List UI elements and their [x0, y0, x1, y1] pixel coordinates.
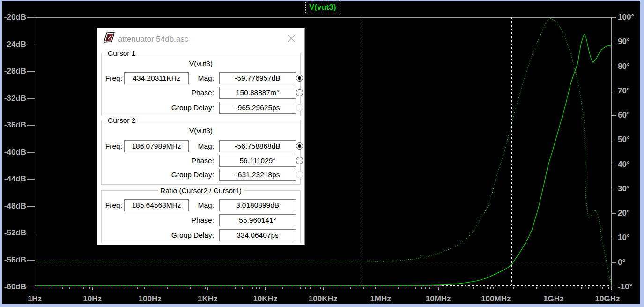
y-axis-right-label: 70°: [618, 86, 644, 96]
y-axis-left-label: -56dB: [3, 255, 26, 265]
cursor2-phase-label: Phase:: [143, 155, 214, 167]
x-axis-label: 1GHz: [530, 294, 577, 304]
cursor1-mag-label: Mag:: [143, 72, 214, 84]
y-axis-left-label: -20dB: [3, 13, 26, 22]
y-axis-left-label: -44dB: [3, 174, 26, 184]
y-axis-left-label: -36dB: [3, 120, 26, 130]
cursor1-group-delay-label: Group Delay:: [143, 102, 214, 114]
y-axis-right-label: -10°: [618, 282, 644, 292]
cursor2-mag-radio[interactable]: [296, 142, 303, 150]
cursor2-group-delay-radio[interactable]: [296, 171, 303, 178]
y-axis-left-label: -48dB: [3, 202, 26, 211]
y-axis-left-label: -32dB: [3, 94, 26, 103]
ltspice-plot-window: V(vut3) attenuator 54db.asc Cursor 1 V(v…: [2, 1, 640, 304]
cursor1-phase-radio[interactable]: [296, 89, 303, 96]
y-axis-right-label: 20°: [618, 209, 644, 218]
ratio-freq-label: Freq:: [104, 199, 122, 211]
x-axis-label: 100Hz: [126, 294, 173, 304]
y-axis-left-label: -24dB: [3, 40, 26, 49]
ratio-phase-value[interactable]: 55.960141°: [219, 214, 296, 226]
y-axis-right-label: 50°: [618, 135, 644, 144]
x-axis-label: 10Hz: [69, 294, 116, 304]
y-axis-right-label: 30°: [618, 184, 644, 194]
ratio-mag-value[interactable]: 3.0180899dB: [219, 199, 296, 211]
y-axis-left-label: -52dB: [3, 228, 26, 238]
cursor2-phase-radio[interactable]: [296, 157, 303, 164]
cursor1-mag-value[interactable]: -59.776957dB: [219, 72, 296, 84]
close-icon[interactable]: [287, 34, 296, 43]
cursor1-group-delay-radio[interactable]: [296, 104, 303, 111]
cursor2-freq-label: Freq:: [104, 140, 122, 152]
cursor2-group-title: Cursor 2: [105, 116, 138, 125]
cursor-dialog: attenuator 54db.asc Cursor 1 V(vut3) Fre…: [97, 28, 305, 245]
x-axis-label: 1Hz: [11, 294, 58, 304]
cursor1-phase-label: Phase:: [143, 87, 214, 99]
cursor1-freq-label: Freq:: [104, 72, 122, 84]
cursor2-group: Cursor 2 V(vut3) Freq: 186.07989MHz Mag:…: [101, 120, 301, 185]
cursor1-group-title: Cursor 1: [105, 49, 138, 58]
y-axis-right-label: 0°: [618, 258, 644, 267]
ltspice-logo-icon: [102, 31, 115, 44]
x-axis-label: 100KHz: [300, 294, 347, 304]
y-axis-left-label: -40dB: [3, 148, 26, 157]
ratio-phase-label: Phase:: [143, 214, 214, 226]
y-axis-left-label: -60dB: [3, 282, 26, 292]
ratio-group-delay-value[interactable]: 334.06407ps: [219, 229, 296, 241]
cursor1-trace-name[interactable]: V(vut3): [102, 60, 300, 68]
ratio-group-title: Ratio (Cursor2 / Cursor1): [158, 187, 244, 195]
cursor1-group: Cursor 1 V(vut3) Freq: 434.20311KHz Mag:…: [101, 53, 301, 116]
cursor1-mag-radio[interactable]: [296, 75, 303, 82]
y-axis-right-label: 10°: [618, 233, 644, 242]
ratio-mag-label: Mag:: [143, 199, 214, 211]
y-axis-right-label: 40°: [618, 160, 644, 169]
plot-trace-title[interactable]: V(vut3): [305, 2, 340, 13]
y-axis-right-label: 80°: [618, 62, 644, 71]
x-axis-label: 1KHz: [184, 294, 231, 304]
x-axis-label: 10MHz: [415, 294, 462, 304]
cursor1-phase-value[interactable]: 150.88887m°: [219, 87, 296, 99]
cursor2-phase-value[interactable]: 56.111029°: [219, 155, 296, 167]
ratio-group-delay-label: Group Delay:: [143, 229, 214, 241]
y-axis-left-label: -28dB: [3, 67, 26, 76]
x-axis-label: 10KHz: [242, 294, 289, 304]
cursor2-group-delay-value[interactable]: -631.23218ps: [219, 169, 296, 181]
y-axis-right-label: 100°: [618, 13, 644, 22]
y-axis-right-label: 90°: [618, 37, 644, 46]
cursor2-mag-value[interactable]: -56.758868dB: [219, 140, 296, 152]
ratio-group: Ratio (Cursor2 / Cursor1) Freq: 185.6456…: [101, 190, 301, 243]
cursor2-mag-label: Mag:: [143, 140, 214, 152]
cursor2-trace-name[interactable]: V(vut3): [102, 127, 300, 135]
x-axis-label: 10GHz: [584, 294, 631, 304]
x-axis-label: 1MHz: [357, 294, 404, 304]
cursor2-group-delay-label: Group Delay:: [143, 169, 214, 181]
y-axis-right-label: 60°: [618, 111, 644, 120]
dialog-title: attenuator 54db.asc: [118, 28, 188, 51]
x-axis-label: 100MHz: [473, 294, 519, 304]
cursor1-group-delay-value[interactable]: -965.29625ps: [219, 102, 296, 114]
